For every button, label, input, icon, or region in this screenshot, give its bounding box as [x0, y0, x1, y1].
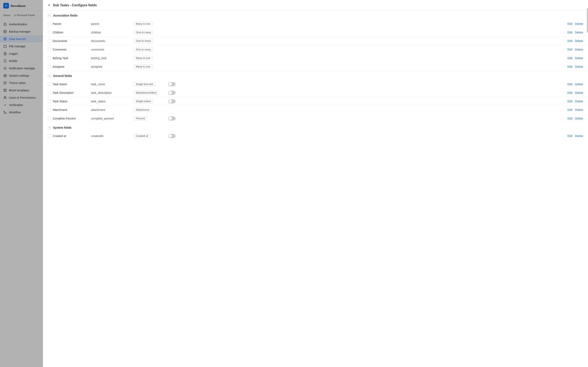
- field-toggle: [164, 91, 180, 95]
- section-toggle-system-fields[interactable]: −: [48, 126, 51, 129]
- scrollbar[interactable]: [587, 0, 588, 367]
- type-badge: Markdown(Vditor): [134, 91, 159, 95]
- type-badge: Single select: [134, 99, 153, 103]
- field-checkbox-3[interactable]: [48, 108, 51, 111]
- delete-link[interactable]: Delete: [575, 134, 583, 138]
- edit-link[interactable]: Edit: [567, 31, 572, 34]
- field-checkbox-4[interactable]: [48, 117, 51, 120]
- content-wrapper: Data source manager > Main Collections A…: [43, 0, 588, 367]
- field-name: Parent: [53, 22, 89, 25]
- delete-link[interactable]: Delete: [575, 117, 583, 120]
- delete-link[interactable]: Delete: [575, 48, 583, 51]
- field-name: Children: [53, 31, 89, 34]
- type-badge: One to many: [134, 30, 153, 34]
- field-checkbox-3[interactable]: [48, 48, 51, 51]
- type-badge: Percent: [134, 116, 147, 120]
- edit-link[interactable]: Edit: [567, 22, 572, 25]
- field-checkbox-2[interactable]: [48, 100, 51, 103]
- delete-link[interactable]: Delete: [575, 100, 583, 103]
- section-association-fields: − Association fields Parent parent Many …: [43, 11, 588, 71]
- field-key: children: [91, 31, 132, 34]
- field-checkbox-0[interactable]: [48, 83, 51, 86]
- table-row: Parent parent Many to one Edit Delete: [43, 20, 588, 28]
- edit-link[interactable]: Edit: [567, 83, 572, 86]
- field-key: comments: [91, 48, 132, 51]
- delete-link[interactable]: Delete: [575, 22, 583, 25]
- delete-link[interactable]: Delete: [575, 65, 583, 68]
- field-toggle: [164, 99, 180, 103]
- table-row: Comments comments One to many Edit Delet…: [43, 45, 588, 54]
- delete-link[interactable]: Delete: [575, 31, 583, 34]
- field-checkbox-0[interactable]: [48, 22, 51, 25]
- section-toggle-general-fields[interactable]: −: [48, 74, 51, 77]
- type-badge: Created at: [134, 134, 150, 138]
- delete-link[interactable]: Delete: [575, 91, 583, 94]
- delete-link[interactable]: Delete: [575, 83, 583, 86]
- section-toggle-association-fields[interactable]: −: [48, 14, 51, 17]
- field-name: Complete Percent: [53, 117, 89, 120]
- field-type: Many to one: [134, 56, 162, 60]
- field-type: One to many: [134, 47, 162, 52]
- type-badge: Single line text: [134, 82, 155, 86]
- field-checkbox-2[interactable]: [48, 39, 51, 43]
- section-header-association-fields: − Association fields: [43, 11, 588, 20]
- field-type: Single select: [134, 99, 162, 103]
- toggle-general-fields-1[interactable]: [168, 91, 176, 95]
- field-actions: Edit Delete: [567, 108, 583, 111]
- edit-link[interactable]: Edit: [567, 39, 572, 43]
- type-badge: Many to one: [134, 22, 153, 26]
- field-key: assignee: [91, 65, 132, 68]
- modal-overlay: ✕ Sub Tasks - Configure fields − Associa…: [43, 0, 588, 367]
- table-row: Complete Percent complete_percent Percen…: [43, 114, 588, 123]
- edit-link[interactable]: Edit: [567, 57, 572, 60]
- edit-link[interactable]: Edit: [567, 134, 572, 138]
- table-row: Assignee assignee Many to one Edit Delet…: [43, 62, 588, 71]
- type-badge: One to many: [134, 39, 153, 43]
- field-actions: Edit Delete: [567, 117, 583, 120]
- field-name: Documents: [53, 39, 89, 43]
- close-icon[interactable]: ✕: [48, 3, 51, 7]
- field-checkbox-1[interactable]: [48, 31, 51, 34]
- scrollbar-thumb: [587, 8, 588, 33]
- field-checkbox-1[interactable]: [48, 91, 51, 94]
- field-name: Task Description: [53, 91, 89, 94]
- field-name: Created at: [53, 134, 89, 138]
- section-system-fields: − System fields Created at createdAt Cre…: [43, 123, 588, 140]
- edit-link[interactable]: Edit: [567, 108, 572, 111]
- edit-link[interactable]: Edit: [567, 91, 572, 94]
- section-general-fields: − General fields Task Name task_name Sin…: [43, 71, 588, 123]
- toggle-general-fields-0[interactable]: [168, 82, 176, 86]
- field-name: Task Status: [53, 100, 89, 103]
- field-toggle: [164, 82, 180, 86]
- field-type: Single line text: [134, 82, 162, 86]
- field-checkbox-4[interactable]: [48, 57, 51, 60]
- table-row: Created at createdAt Created at Edit Del…: [43, 132, 588, 140]
- field-actions: Edit Delete: [567, 22, 583, 25]
- section-title-general-fields: General fields: [53, 74, 72, 77]
- field-actions: Edit Delete: [567, 65, 583, 68]
- field-checkbox-0[interactable]: [48, 134, 51, 138]
- delete-link[interactable]: Delete: [575, 108, 583, 111]
- field-name: Assignee: [53, 65, 89, 68]
- field-actions: Edit Delete: [567, 39, 583, 43]
- edit-link[interactable]: Edit: [567, 65, 572, 68]
- table-row: Children children One to many Edit Delet…: [43, 28, 588, 37]
- field-key: documents: [91, 39, 132, 43]
- edit-link[interactable]: Edit: [567, 48, 572, 51]
- edit-link[interactable]: Edit: [567, 117, 572, 120]
- table-row: Task Name task_name Single line text Edi…: [43, 80, 588, 89]
- field-name: Task Name: [53, 83, 89, 86]
- modal-title: Sub Tasks - Configure fields: [53, 3, 97, 7]
- field-key: parent: [91, 22, 132, 25]
- toggle-general-fields-2[interactable]: [168, 99, 176, 103]
- edit-link[interactable]: Edit: [567, 100, 572, 103]
- delete-link[interactable]: Delete: [575, 39, 583, 43]
- modal-panel: ✕ Sub Tasks - Configure fields − Associa…: [43, 0, 588, 367]
- field-type: Many to one: [134, 64, 162, 69]
- field-key: task_name: [91, 83, 132, 86]
- field-checkbox-5[interactable]: [48, 65, 51, 68]
- toggle-system-fields-0[interactable]: [168, 134, 176, 138]
- toggle-general-fields-4[interactable]: [168, 117, 176, 120]
- delete-link[interactable]: Delete: [575, 57, 583, 60]
- field-name: Attachment: [53, 108, 89, 111]
